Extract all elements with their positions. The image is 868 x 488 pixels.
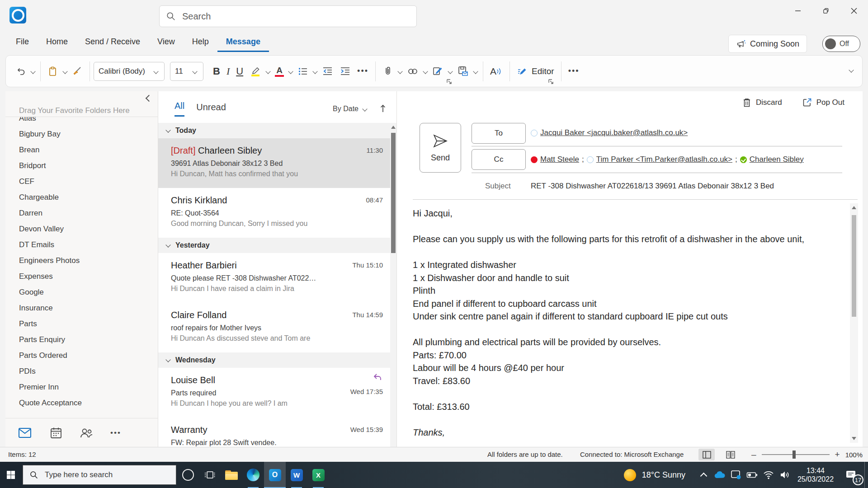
font-color-dropdown-chevron[interactable] bbox=[288, 69, 293, 74]
group-header-yesterday[interactable]: Yesterday bbox=[158, 238, 390, 253]
tab-message[interactable]: Message bbox=[217, 33, 269, 52]
mail-module-icon[interactable] bbox=[18, 427, 33, 439]
normal-view-button[interactable] bbox=[698, 449, 715, 460]
folder-item[interactable]: Bridport bbox=[5, 158, 158, 174]
folder-item[interactable]: Bigbury Bay bbox=[5, 126, 158, 142]
highlight-button[interactable] bbox=[246, 61, 264, 82]
bullets-button[interactable] bbox=[294, 61, 311, 82]
subject-input[interactable]: RET -308 Dishwasher AT022618/13 39691 At… bbox=[531, 182, 774, 191]
coming-soon-toggle[interactable]: Off bbox=[822, 36, 860, 52]
message-list-scrollbar[interactable] bbox=[390, 123, 396, 447]
scrollbar-thumb[interactable] bbox=[852, 215, 856, 317]
save-send-button[interactable] bbox=[454, 61, 472, 82]
show-hidden-icons-button[interactable] bbox=[695, 462, 712, 488]
reading-view-button[interactable] bbox=[722, 449, 739, 460]
show-desktop-button[interactable] bbox=[864, 462, 868, 488]
bold-button[interactable]: B bbox=[210, 61, 223, 82]
minimize-button[interactable] bbox=[784, 0, 812, 22]
mail-item-heather-barbieri[interactable]: Heather Barbieri Quote please RET -308 D… bbox=[158, 253, 390, 303]
folder-item[interactable]: Devon Valley bbox=[5, 221, 158, 237]
collapse-ribbon-chevron[interactable] bbox=[849, 67, 854, 72]
restore-button[interactable] bbox=[812, 0, 840, 22]
format-painter-button[interactable] bbox=[69, 61, 86, 82]
edge-button[interactable] bbox=[242, 462, 264, 488]
tab-view[interactable]: View bbox=[149, 33, 184, 52]
folder-item[interactable]: PDIs bbox=[5, 363, 158, 379]
zoom-slider[interactable] bbox=[762, 454, 830, 455]
zoom-in-button[interactable]: + bbox=[835, 450, 840, 460]
send-button[interactable]: Send bbox=[420, 123, 461, 173]
compose-scrollbar[interactable] bbox=[850, 203, 858, 443]
signature-dropdown-chevron[interactable] bbox=[448, 69, 453, 74]
folder-item[interactable]: Quote Acceptance bbox=[5, 395, 158, 411]
folder-item[interactable]: Parts Ordered bbox=[5, 347, 158, 363]
volume-tray-icon[interactable] bbox=[777, 462, 793, 488]
mail-item-louise-bell[interactable]: Louise Bell Parts required Hi Duncan I h… bbox=[158, 368, 390, 418]
battery-tray-icon[interactable] bbox=[744, 462, 760, 488]
cc-button[interactable]: Cc bbox=[472, 149, 526, 170]
weather-widget[interactable]: 18°C Sunny bbox=[624, 469, 695, 481]
folder-item[interactable]: Darren bbox=[5, 205, 158, 221]
display-tray-icon[interactable] bbox=[728, 462, 744, 488]
discard-button[interactable]: Discard bbox=[742, 98, 782, 108]
font-name-select[interactable]: Calibri (Body) bbox=[94, 62, 165, 81]
taskbar-clock[interactable]: 13:44 25/03/2022 bbox=[793, 466, 838, 483]
close-button[interactable] bbox=[840, 0, 868, 22]
more-modules-button[interactable]: ••• bbox=[110, 428, 121, 437]
sort-direction-icon[interactable] bbox=[379, 104, 387, 113]
message-body[interactable]: Hi Jacqui, Please can you supply us with… bbox=[413, 207, 820, 439]
start-button[interactable] bbox=[0, 462, 22, 488]
group-header-today[interactable]: Today bbox=[158, 123, 390, 138]
scroll-down-arrow[interactable] bbox=[852, 437, 856, 440]
underline-button[interactable]: U bbox=[233, 61, 246, 82]
paste-dropdown-chevron[interactable] bbox=[62, 69, 67, 74]
folder-item[interactable]: Google bbox=[5, 284, 158, 300]
save-send-dropdown-chevron[interactable] bbox=[473, 69, 478, 74]
attach-file-button[interactable] bbox=[379, 61, 396, 82]
folder-item[interactable]: Parts bbox=[5, 316, 158, 332]
link-dropdown-chevron[interactable] bbox=[423, 69, 428, 74]
font-size-select[interactable]: 11 bbox=[170, 62, 203, 81]
folder-item[interactable]: Engineers Photos bbox=[5, 253, 158, 268]
tab-file[interactable]: File bbox=[7, 33, 38, 52]
folder-item[interactable]: Atlas bbox=[5, 117, 158, 126]
folder-item[interactable]: Parts Enquiry bbox=[5, 332, 158, 347]
italic-button[interactable]: I bbox=[223, 61, 233, 82]
scroll-up-arrow[interactable] bbox=[391, 126, 396, 129]
recipient-charleen-sibley[interactable]: Charleen Sibley bbox=[750, 155, 804, 164]
folder-item[interactable]: CEF bbox=[5, 174, 158, 189]
folder-item[interactable]: Insurance bbox=[5, 300, 158, 316]
increase-indent-button[interactable] bbox=[336, 61, 354, 82]
cortana-button[interactable] bbox=[177, 462, 199, 488]
coming-soon-button[interactable]: Coming Soon bbox=[728, 35, 807, 53]
mail-item-charleen-sibley[interactable]: [Draft] Charleen Sibley 39691 Atlas Debo… bbox=[158, 138, 390, 188]
undo-button[interactable] bbox=[12, 61, 29, 82]
folder-item[interactable]: Chargeable bbox=[5, 189, 158, 205]
folder-item[interactable]: Premier Inn bbox=[5, 379, 158, 395]
file-explorer-button[interactable] bbox=[221, 462, 242, 488]
sort-by-date-dropdown[interactable]: By Date bbox=[333, 105, 368, 113]
action-center-button[interactable]: 17 bbox=[838, 462, 864, 488]
folder-item[interactable]: Expenses bbox=[5, 268, 158, 284]
tab-home[interactable]: Home bbox=[38, 33, 76, 52]
mail-item-chris-kirkland[interactable]: Chris Kirkland RE: Quot-3564 Good mornin… bbox=[158, 188, 390, 238]
titlebar-search-box[interactable] bbox=[159, 5, 417, 27]
word-button[interactable]: W bbox=[286, 462, 307, 488]
recipient-tim-parker[interactable]: Tim Parker <Tim.Parker@atlaslh.co.uk> bbox=[596, 155, 732, 164]
more-commands-button[interactable]: ••• bbox=[565, 61, 583, 82]
titlebar-search-input[interactable] bbox=[181, 11, 410, 22]
mail-item-claire-folland[interactable]: Claire Folland roof repairs for Mother I… bbox=[158, 303, 390, 352]
zoom-level[interactable]: 100% bbox=[845, 451, 863, 459]
undo-dropdown-chevron[interactable] bbox=[30, 69, 35, 74]
dialog-launcher-icon[interactable] bbox=[547, 78, 555, 85]
decrease-indent-button[interactable] bbox=[319, 61, 336, 82]
scroll-up-arrow[interactable] bbox=[852, 206, 856, 209]
tab-help[interactable]: Help bbox=[184, 33, 217, 52]
task-view-button[interactable] bbox=[199, 462, 221, 488]
group-header-wednesday[interactable]: Wednesday bbox=[158, 352, 390, 368]
link-button[interactable] bbox=[404, 61, 422, 82]
signature-button[interactable] bbox=[429, 61, 447, 82]
attach-dropdown-chevron[interactable] bbox=[397, 69, 402, 74]
taskbar-search-input[interactable] bbox=[44, 470, 170, 480]
tab-all[interactable]: All bbox=[175, 101, 184, 117]
